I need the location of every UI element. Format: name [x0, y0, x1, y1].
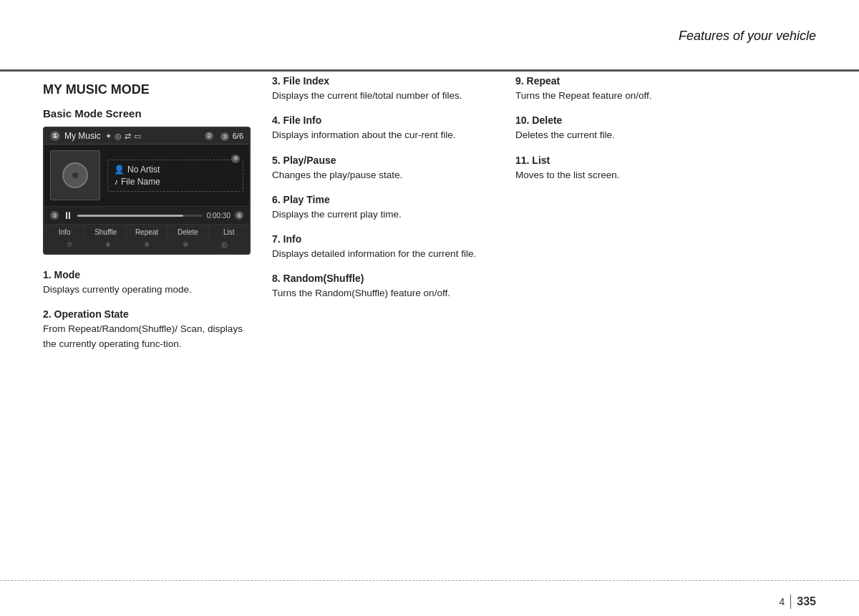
- num2-badge: ②: [205, 132, 213, 140]
- item-11-number: 11. List: [515, 155, 816, 166]
- screen-buttons: Info Shuffle Repeat Delete List: [44, 224, 249, 240]
- item-10: 10. Delete Deletes the current file.: [515, 114, 816, 142]
- play-time: 0:00:30: [207, 212, 230, 220]
- item-11: 11. List Moves to the list screen.: [515, 155, 816, 182]
- compass-icon: ◎: [115, 132, 122, 141]
- num4-badge: ④: [231, 155, 240, 163]
- arrows-icon: ⇄: [125, 132, 131, 141]
- item-1-desc: Displays currently operating mode.: [43, 283, 251, 297]
- footer-page-number: 335: [797, 595, 816, 608]
- progress-fill: [77, 215, 183, 217]
- num5-badge: ⑤: [50, 211, 59, 220]
- bluetooth-icon: ✦: [105, 132, 112, 141]
- main-content: MY MUSIC MODE Basic Mode Screen ① My Mus…: [43, 75, 816, 577]
- play-pause-icon[interactable]: ⏸: [63, 210, 73, 221]
- item-10-number: 10. Delete: [515, 114, 816, 126]
- info-btn[interactable]: Info: [44, 225, 85, 240]
- item-5-desc: Changes the play/pause state.: [272, 168, 487, 182]
- time-display: 0:00:30: [207, 212, 230, 220]
- album-art-disc: [62, 162, 88, 188]
- item-1-number: 1. Mode: [43, 269, 251, 280]
- item-2: 2. Operation State From Repeat/Random(Sh…: [43, 308, 251, 351]
- footer-chapter: 4: [780, 596, 785, 607]
- track-fraction: ③ 6/6: [220, 132, 243, 141]
- button-numbers: ⑦ ⑧ ⑨ ⑩ ⑪: [44, 240, 249, 253]
- item-8-desc: Turns the Random(Shuffle) feature on/off…: [272, 286, 487, 300]
- screen-top-right: ② ③ 6/6: [205, 132, 243, 141]
- screen-controls: ⑤ ⏸ 0:00:30 ⑥: [44, 206, 249, 224]
- album-art: [50, 150, 100, 200]
- item-6: 6. Play Time Displays the current play t…: [272, 194, 487, 222]
- middle-column: 3. File Index Displays the current file/…: [265, 75, 508, 577]
- screen-main: ④ 👤 No Artist ♪ File Name: [44, 145, 249, 206]
- num11: ⑪: [205, 241, 243, 250]
- item-4-desc: Displays information about the cur-rent …: [272, 128, 487, 142]
- header: Features of your vehicle: [0, 0, 859, 72]
- footer-pagination: 4 335: [780, 595, 817, 609]
- track-artist: 👤 No Artist: [114, 165, 237, 175]
- item-4: 4. File Info Displays information about …: [272, 114, 487, 142]
- item-7-number: 7. Info: [272, 233, 487, 245]
- track-filename: ♪ File Name: [114, 177, 237, 187]
- screen-icons: ✦ ◎ ⇄ ▭: [105, 132, 141, 141]
- num9: ⑨: [127, 241, 166, 250]
- artist-name: No Artist: [127, 165, 160, 175]
- item-9-number: 9. Repeat: [515, 75, 816, 87]
- item-7: 7. Info Displays detailed information fo…: [272, 233, 487, 261]
- footer-divider: [790, 595, 791, 609]
- track-count: 6/6: [233, 132, 243, 140]
- item-3-number: 3. File Index: [272, 75, 487, 87]
- section-title: MY MUSIC MODE: [43, 82, 251, 97]
- progress-bar: [77, 215, 203, 217]
- item-10-desc: Deletes the current file.: [515, 128, 816, 142]
- item-3: 3. File Index Displays the current file/…: [272, 75, 487, 103]
- item-11-desc: Moves to the list screen.: [515, 168, 816, 182]
- item-2-number: 2. Operation State: [43, 308, 251, 320]
- item-3-desc: Displays the current file/total number o…: [272, 89, 487, 103]
- item-9: 9. Repeat Turns the Repeat feature on/of…: [515, 75, 816, 103]
- item-6-number: 6. Play Time: [272, 194, 487, 205]
- item-8-number: 8. Random(Shuffle): [272, 273, 487, 284]
- track-info: ④ 👤 No Artist ♪ File Name: [107, 160, 243, 192]
- item-4-number: 4. File Info: [272, 114, 487, 126]
- item-9-desc: Turns the Repeat feature on/off.: [515, 89, 816, 103]
- sub-title: Basic Mode Screen: [43, 107, 251, 119]
- num1-badge: ①: [50, 131, 60, 141]
- item-5: 5. Play/Pause Changes the play/pause sta…: [272, 155, 487, 182]
- repeat-btn[interactable]: Repeat: [127, 225, 168, 240]
- music-icon: ♪: [114, 177, 118, 187]
- footer: 4 335: [0, 580, 859, 616]
- shuffle-btn[interactable]: Shuffle: [85, 225, 126, 240]
- screen-top-bar: ① My Music ✦ ◎ ⇄ ▭ ② ③ 6/6: [44, 128, 249, 145]
- screen-top-left: ① My Music ✦ ◎ ⇄ ▭: [50, 131, 141, 141]
- item-2-desc: From Repeat/Random(Shuffle)/ Scan, displ…: [43, 322, 251, 351]
- num10: ⑩: [166, 241, 205, 250]
- left-column: MY MUSIC MODE Basic Mode Screen ① My Mus…: [43, 75, 265, 577]
- num3-badge: ③: [220, 132, 229, 141]
- num7: ⑦: [50, 241, 89, 250]
- item-1: 1. Mode Displays currently operating mod…: [43, 269, 251, 297]
- item-7-desc: Displays detailed information for the cu…: [272, 247, 487, 261]
- item-8: 8. Random(Shuffle) Turns the Random(Shuf…: [272, 273, 487, 300]
- delete-btn[interactable]: Delete: [168, 225, 208, 240]
- item-6-desc: Displays the current play time.: [272, 207, 487, 222]
- right-column: 9. Repeat Turns the Repeat feature on/of…: [508, 75, 816, 577]
- list-btn[interactable]: List: [209, 225, 249, 240]
- screen-mode-label: My Music: [64, 131, 101, 141]
- header-title: Features of your vehicle: [679, 29, 816, 44]
- item-5-number: 5. Play/Pause: [272, 155, 487, 166]
- file-name: File Name: [121, 177, 160, 187]
- num8: ⑧: [89, 241, 127, 250]
- num6-badge: ⑥: [235, 211, 243, 220]
- screen-mockup: ① My Music ✦ ◎ ⇄ ▭ ② ③ 6/6: [43, 127, 251, 255]
- person-icon: 👤: [114, 165, 125, 175]
- battery-icon: ▭: [134, 132, 141, 141]
